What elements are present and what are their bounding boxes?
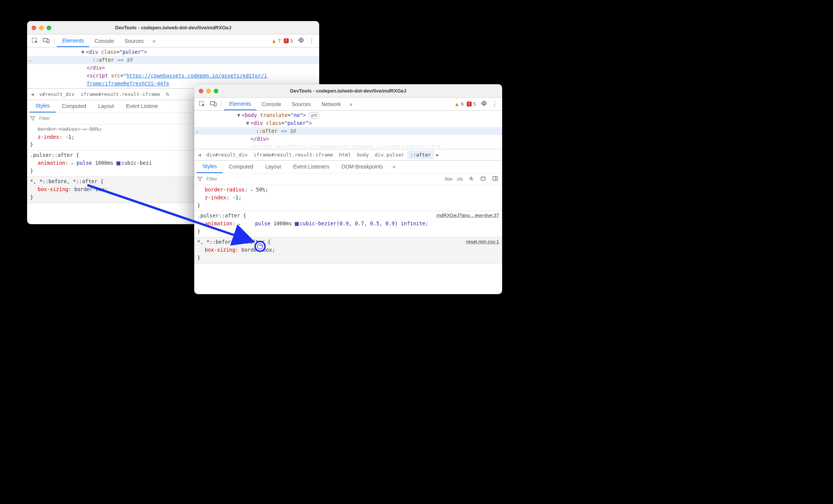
subtab-computed[interactable]: Computed [56, 100, 92, 112]
pseudo-after[interactable]: ::after [93, 57, 114, 63]
more-subtabs-icon[interactable]: » [389, 164, 399, 170]
tab-network[interactable]: Network [316, 98, 346, 110]
settings-icon[interactable] [296, 37, 306, 45]
tab-console[interactable]: Console [256, 98, 286, 110]
rules-list[interactable]: border-radius: ▸ 50%; z-index: -1; } mdR… [194, 185, 502, 294]
expand-icon[interactable]: ▸ [238, 221, 241, 227]
tab-sources[interactable]: Sources [119, 35, 149, 47]
settings-icon[interactable] [479, 100, 489, 108]
subtab-listeners[interactable]: Event Listeners [287, 161, 336, 173]
errors-badge[interactable]: ! 5 [467, 101, 476, 107]
crumb[interactable]: h [163, 90, 172, 99]
subtab-layout[interactable]: Layout [259, 161, 287, 173]
crumb[interactable]: body [354, 150, 372, 159]
disclosure-triangle-icon[interactable]: ▼ [81, 48, 86, 56]
expand-icon[interactable]: ▸ [71, 161, 73, 167]
elements-tree[interactable]: ▼<body translate="no">grid ▼<div class="… [194, 111, 502, 149]
warning-count: 7 [278, 38, 281, 44]
titlebar[interactable]: DevTools - codepen.io/web-dot-dev/live/m… [27, 21, 319, 35]
subtab-styles[interactable]: Styles [29, 100, 56, 112]
devtools-window-front: DevTools - codepen.io/web-dot-dev/live/m… [194, 84, 502, 294]
more-tabs-icon[interactable]: » [149, 38, 159, 44]
subtab-dom-breakpoints[interactable]: DOM Breakpoints [335, 161, 389, 173]
more-menu-icon[interactable]: ⋮ [306, 37, 317, 44]
main-toolbar: Elements Console Sources Network » ▲ 6 !… [194, 98, 502, 111]
rule-block[interactable]: border-radius: ▸ 50%; z-index: -1; } [194, 185, 502, 211]
new-rule-icon[interactable] [467, 176, 475, 182]
bezier-swatch-icon[interactable] [295, 222, 299, 226]
filter-icon [30, 116, 35, 121]
inspect-icon[interactable] [29, 35, 41, 47]
more-menu-icon[interactable]: ⋮ [489, 100, 500, 108]
expand-icon[interactable]: ▸ [251, 187, 253, 193]
warnings-badge[interactable]: ▲ 6 [454, 101, 464, 107]
grid-badge[interactable]: grid [308, 112, 320, 119]
traffic-lights [199, 89, 218, 93]
errors-badge[interactable]: ! 5 [284, 38, 293, 44]
animation-inspector-icon[interactable] [254, 241, 266, 252]
sidebar-toggle-icon[interactable] [491, 176, 499, 182]
device-toggle-icon[interactable] [208, 99, 219, 110]
rule-block-pulser[interactable]: mdRXGeJ?ano…iew=live:37 .pulser::after {… [194, 211, 502, 237]
elements-tree[interactable]: ▼<div class="pulser"> … ::after == $0 </… [27, 47, 319, 88]
crumb[interactable]: html [336, 150, 354, 159]
source-link[interactable]: reset.min.css:1 [466, 238, 499, 246]
error-count: 5 [290, 38, 293, 44]
tab-console[interactable]: Console [89, 35, 119, 47]
subtab-listeners[interactable]: Event Listene [120, 100, 164, 112]
svg-rect-2 [47, 39, 49, 43]
error-icon: ! [467, 102, 472, 106]
tab-sources[interactable]: Sources [286, 98, 316, 110]
crumb-prev-icon[interactable]: ◀ [196, 152, 203, 158]
crumb[interactable]: v#result_div [36, 90, 78, 99]
main-toolbar: Elements Console Sources » ▲ 7 ! 5 ⋮ [27, 35, 319, 47]
titlebar[interactable]: DevTools - codepen.io/web-dot-dev/live/m… [194, 84, 502, 98]
device-toggle-icon[interactable] [41, 35, 52, 47]
inspect-icon[interactable] [196, 99, 208, 110]
overflow-ellipsis-icon[interactable]: … [29, 56, 32, 64]
zoom-icon[interactable] [47, 26, 51, 30]
source-link[interactable]: mdRXGeJ?ano…iew=live:37 [436, 212, 499, 219]
subtab-styles[interactable]: Styles [196, 161, 223, 173]
pseudo-after[interactable]: ::after [256, 128, 277, 134]
close-icon[interactable] [199, 89, 203, 93]
filter-input[interactable]: Filter [206, 176, 440, 182]
warnings-badge[interactable]: ▲ 7 [271, 38, 281, 44]
warning-icon: ▲ [454, 101, 460, 107]
error-icon: ! [284, 38, 289, 43]
animation-inspector-glyph [257, 243, 263, 249]
svg-rect-5 [214, 103, 216, 106]
tab-elements[interactable]: Elements [224, 98, 256, 110]
minimize-icon[interactable] [206, 89, 211, 93]
tab-elements[interactable]: Elements [57, 35, 89, 47]
div-close[interactable]: </div> [87, 65, 105, 71]
crumb[interactable]: div.pulser [372, 150, 407, 159]
crumb-active[interactable]: ::after [407, 150, 434, 159]
subtab-computed[interactable]: Computed [223, 161, 259, 173]
breadcrumbs[interactable]: ◀ div#result_div iframe#result.result-if… [194, 149, 502, 160]
subtab-layout[interactable]: Layout [92, 100, 120, 112]
computed-styles-icon[interactable] [479, 176, 487, 182]
disclosure-triangle-icon[interactable]: ▼ [246, 119, 251, 127]
cls-toggle[interactable]: .cls [456, 176, 463, 182]
window-title: DevTools - codepen.io/web-dot-dev/live/m… [27, 25, 319, 30]
hov-toggle[interactable]: :hov [444, 176, 452, 182]
bezier-swatch-icon[interactable] [116, 161, 120, 165]
rule-block-reset[interactable]: reset.min.css:1 *, *::before, *::after {… [194, 237, 502, 264]
crumb-next-icon[interactable]: ▶ [434, 152, 442, 158]
crumb[interactable]: iframe#result.result-iframe [251, 150, 336, 159]
zoom-icon[interactable] [214, 89, 218, 93]
close-icon[interactable] [32, 26, 36, 30]
divider [221, 100, 222, 108]
minimize-icon[interactable] [39, 26, 44, 30]
script-src-link-cont[interactable]: frame/iframeRefreshCSS-44fe [87, 80, 169, 87]
div-close[interactable]: </div> [251, 136, 269, 142]
more-tabs-icon[interactable]: » [346, 101, 356, 107]
warning-count: 6 [461, 101, 464, 107]
script-src-link[interactable]: https://cpwebassets.codepen.io/assets/ed… [126, 73, 267, 79]
crumb-prev-icon[interactable]: ◀ [29, 91, 36, 97]
crumb[interactable]: div#result_div [203, 150, 251, 159]
crumb[interactable]: iframe#result.result-iframe [78, 90, 163, 99]
overflow-ellipsis-icon[interactable]: … [196, 127, 199, 135]
disclosure-triangle-icon[interactable]: ▼ [237, 111, 242, 119]
